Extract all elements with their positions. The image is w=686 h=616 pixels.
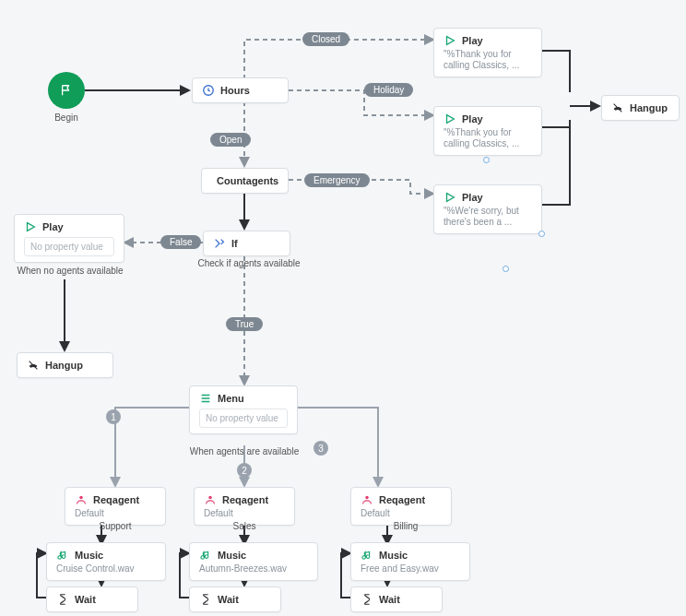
begin-node[interactable] (48, 72, 85, 109)
svg-point-6 (365, 496, 369, 500)
hourglass-icon (361, 593, 373, 606)
reqagent-billing-title: Reqagent (379, 494, 425, 505)
reqagent-support-caption: Support (74, 521, 157, 531)
reqagent-sales-caption: Sales (207, 521, 281, 531)
reqagent-support-title: Reqagent (93, 494, 139, 505)
port-dot[interactable] (538, 231, 545, 237)
play-emergency-node[interactable]: Play "%We're sorry, but there's been a .… (433, 184, 542, 234)
wait-billing-node[interactable]: Wait (350, 586, 443, 612)
begin-label: Begin (37, 113, 96, 123)
music-billing-title: Music (379, 550, 408, 561)
flag-icon (60, 84, 73, 97)
pill-false: False (160, 235, 201, 249)
play-noagents-caption: When no agents available (6, 266, 135, 276)
play-noagents-prop: No property value (24, 237, 114, 256)
menu-title: Menu (218, 393, 244, 404)
reqagent-sales-title: Reqagent (222, 494, 268, 505)
reqagent-support-sub: Default (75, 508, 156, 519)
reqagent-billing-node[interactable]: Reqagent Default (350, 487, 452, 526)
music-support-sub: Cruise Control.wav (56, 563, 156, 575)
reqagent-billing-sub: Default (361, 508, 442, 519)
agent-icon (204, 493, 217, 506)
if-title: If (231, 238, 238, 249)
music-support-title: Music (75, 550, 103, 561)
hourglass-icon (199, 593, 212, 606)
agent-icon (361, 493, 373, 506)
clock-icon (202, 84, 215, 97)
list-icon (199, 392, 212, 405)
port-dot[interactable] (503, 266, 509, 272)
pill-holiday: Holiday (364, 83, 413, 97)
hangup-1-title: Hangup (45, 360, 83, 371)
hangup-node-2[interactable]: Hangup (601, 95, 680, 121)
play-holiday-sub: "%Thank you for calling Classics, ... (444, 127, 532, 149)
agent-icon (75, 493, 88, 506)
play-closed-sub: "%Thank you for calling Classics, ... (444, 49, 532, 71)
play-noagents-node[interactable]: Play No property value (14, 214, 124, 263)
pill-open: Open (210, 133, 251, 147)
hangup-node-1[interactable]: Hangup (17, 352, 113, 378)
hours-title: Hours (220, 85, 250, 96)
music-billing-sub: Free and Easy.wav (361, 563, 460, 575)
hours-node[interactable]: Hours (192, 77, 289, 103)
reqagent-support-node[interactable]: Reqagent Default (65, 487, 166, 526)
reqagent-billing-caption: Billing (369, 521, 443, 531)
music-sales-sub: Autumn-Breezes.wav (199, 563, 308, 575)
countagents-node[interactable]: Countagents (201, 168, 289, 194)
reqagent-sales-sub: Default (204, 508, 285, 519)
play-closed-node[interactable]: Play "%Thank you for calling Classics, .… (433, 28, 542, 77)
play-holiday-title: Play (462, 113, 483, 124)
play-holiday-node[interactable]: Play "%Thank you for calling Classics, .… (433, 106, 542, 156)
if-node[interactable]: If (203, 231, 290, 256)
branch-num-2: 2 (237, 463, 252, 478)
play-emergency-sub: "%We're sorry, but there's been a ... (444, 206, 532, 228)
play-icon (444, 191, 456, 204)
hangup-icon (27, 359, 40, 372)
menu-prop: No property value (199, 409, 288, 428)
music-icon (199, 549, 212, 562)
svg-point-4 (79, 496, 83, 500)
if-caption: Check if agents available (184, 258, 313, 268)
music-billing-node[interactable]: Music Free and Easy.wav (350, 542, 470, 581)
menu-node[interactable]: Menu No property value (189, 385, 298, 434)
wait-sales-title: Wait (218, 594, 239, 605)
hangup-2-title: Hangup (630, 102, 668, 113)
menu-caption: When agents are available (180, 446, 309, 456)
music-icon (361, 549, 373, 562)
music-support-node[interactable]: Music Cruise Control.wav (46, 542, 166, 581)
countagents-title: Countagents (217, 175, 278, 186)
music-sales-node[interactable]: Music Autumn-Breezes.wav (189, 542, 318, 581)
branch-num-3: 3 (313, 441, 328, 456)
pill-emergency: Emergency (304, 173, 370, 187)
svg-point-5 (208, 496, 212, 500)
reqagent-sales-node[interactable]: Reqagent Default (194, 487, 295, 526)
wait-billing-title: Wait (379, 594, 400, 605)
wait-sales-node[interactable]: Wait (189, 586, 281, 612)
play-icon (444, 113, 456, 125)
wait-support-node[interactable]: Wait (46, 586, 138, 612)
music-sales-title: Music (218, 550, 246, 561)
music-icon (56, 549, 69, 562)
branch-num-1: 1 (106, 409, 121, 424)
pill-closed: Closed (302, 32, 349, 46)
hangup-icon (611, 101, 624, 114)
branch-icon (213, 237, 226, 250)
play-noagents-title: Play (42, 221, 64, 232)
pill-true: True (226, 317, 263, 331)
play-icon (444, 34, 456, 47)
play-emergency-title: Play (462, 192, 483, 203)
wait-support-title: Wait (75, 594, 96, 605)
hourglass-icon (56, 593, 69, 606)
play-icon (24, 220, 37, 233)
play-closed-title: Play (462, 35, 483, 46)
port-dot[interactable] (483, 157, 490, 163)
